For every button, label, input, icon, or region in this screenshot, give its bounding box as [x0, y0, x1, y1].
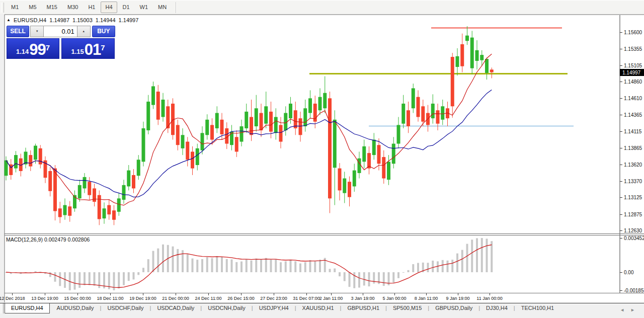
svg-text:19 Dec 19:00: 19 Dec 19:00	[129, 296, 156, 301]
chart-symbol-label: EURUSD,H4	[14, 17, 46, 23]
buy-button[interactable]: BUY	[92, 26, 115, 37]
svg-text:31 Dec 07:00: 31 Dec 07:00	[293, 296, 320, 301]
timeframe-button-W1[interactable]: W1	[135, 2, 153, 13]
svg-text:18 Dec 11:00: 18 Dec 11:00	[97, 296, 124, 301]
svg-text:8 Jan 11:00: 8 Jan 11:00	[415, 296, 438, 301]
svg-text:15 Dec 00:00: 15 Dec 00:00	[64, 296, 91, 301]
volume-input[interactable]: 0.01	[43, 26, 77, 37]
timeframe-button-MN[interactable]: MN	[153, 2, 171, 13]
timeframe-button-M1[interactable]: M1	[7, 2, 23, 13]
tab-scroll-nav: ◄►	[620, 307, 641, 312]
chart-header: ▲ EURUSD,H4 1.14987 1.15003 1.14944 1.14…	[7, 17, 138, 23]
sell-price-big: 99	[29, 43, 45, 57]
chart-tab-bar: EURUSD,H4AUDUSD,Daily|USDCHF,Daily|USDCA…	[0, 303, 644, 318]
volume-increase-icon[interactable]: ▲	[77, 26, 91, 37]
svg-text:9 Jan 19:00: 9 Jan 19:00	[446, 296, 469, 301]
buy-price-big: 01	[85, 43, 101, 57]
svg-text:1.13865: 1.13865	[624, 145, 642, 151]
volume-decrease-icon[interactable]: ▼	[30, 26, 43, 37]
svg-text:1.13125: 1.13125	[624, 195, 642, 200]
timeframe-button-M15[interactable]: M15	[42, 2, 62, 13]
bar-open-value: 1.14987	[49, 17, 69, 23]
timeframe-button-H1[interactable]: H1	[84, 2, 100, 13]
buy-price-pipette: 7	[101, 45, 105, 50]
mt4-window: M1M5M15M30H1H4D1W1MN 1.156001.153551.151…	[0, 0, 644, 318]
sell-button[interactable]: SELL	[7, 26, 29, 37]
one-click-trading-widget: SELL ▼ 0.01 ▲ BUY 1.14 99 7 1.15 01 7	[7, 26, 115, 59]
tab-scroll-right-icon[interactable]: ►	[630, 307, 641, 312]
svg-text:1.15355: 1.15355	[624, 46, 642, 52]
symbol-tab-SP500-M15[interactable]: SP500,M15	[387, 303, 428, 313]
svg-text:21 Dec 00:00: 21 Dec 00:00	[162, 296, 189, 301]
macd-indicator-label: MACD(12,26,9) 0.002479 0.002806	[6, 236, 90, 243]
sell-price-pipette: 7	[46, 45, 50, 50]
symbol-tab-USDCAD-Daily[interactable]: USDCAD,Daily	[151, 303, 200, 313]
svg-text:3 Jan 19:00: 3 Jan 19:00	[351, 296, 374, 301]
timeframe-toolbar: M1M5M15M30H1H4D1W1MN	[0, 0, 644, 14]
symbol-tab-XAUUSD-H1[interactable]: XAUUSD,H1	[296, 303, 340, 313]
svg-text:5 Jan 00:00: 5 Jan 00:00	[382, 296, 406, 301]
svg-text:1.15600: 1.15600	[624, 30, 642, 35]
svg-text:12 Dec 2018: 12 Dec 2018	[0, 296, 25, 301]
collapse-triangle-icon[interactable]: ▲	[7, 18, 11, 22]
buy-price-button[interactable]: 1.15 01 7	[61, 38, 115, 59]
tab-scroll-left-icon[interactable]: ◄	[620, 307, 630, 312]
macd-main-value: 0.002479	[44, 236, 66, 243]
svg-text:24 Dec 11:00: 24 Dec 11:00	[195, 296, 222, 301]
bar-close-value: 1.14997	[119, 17, 139, 23]
bar-low-value: 1.14944	[96, 17, 116, 23]
buy-price-prefix: 1.15	[71, 47, 84, 57]
toolbar-grip[interactable]	[1, 3, 4, 13]
symbol-tab-USDCNH-Daily[interactable]: USDCNH,Daily	[202, 303, 252, 313]
svg-text:0.00: 0.00	[624, 270, 634, 275]
svg-text:0.003452: 0.003452	[624, 235, 644, 241]
svg-text:1.15105: 1.15105	[624, 63, 642, 68]
bar-high-value: 1.15003	[72, 17, 93, 23]
svg-text:2 Jan 11:00: 2 Jan 11:00	[319, 296, 343, 301]
timeframe-button-M5[interactable]: M5	[24, 2, 41, 13]
svg-text:1.14860: 1.14860	[624, 79, 642, 85]
svg-text:1.14997: 1.14997	[622, 70, 641, 75]
sell-price-prefix: 1.14	[16, 47, 29, 57]
symbol-tab-AUDUSD-Daily[interactable]: AUDUSD,Daily	[51, 303, 100, 313]
svg-text:-0.001851: -0.001851	[624, 288, 644, 293]
svg-text:1.14365: 1.14365	[624, 112, 642, 118]
symbol-tab-DJ30-H4[interactable]: DJ30,H4	[480, 303, 514, 313]
timeframe-button-D1[interactable]: D1	[118, 2, 134, 13]
svg-text:1.14115: 1.14115	[624, 129, 642, 134]
macd-name: MACD(12,26,9)	[6, 236, 43, 243]
svg-text:1.12630: 1.12630	[624, 228, 642, 233]
symbol-tab-TECH100-H1[interactable]: TECH100,H1	[515, 303, 560, 313]
symbol-tab-EURUSD-H4[interactable]: EURUSD,H4	[5, 303, 50, 313]
timeframe-button-M30[interactable]: M30	[63, 2, 83, 13]
svg-text:11 Jan 00:00: 11 Jan 00:00	[476, 296, 502, 301]
symbol-tab-GBPUSD-H1[interactable]: GBPUSD,H1	[341, 303, 385, 313]
svg-text:1.14610: 1.14610	[624, 96, 642, 101]
sell-price-button[interactable]: 1.14 99 7	[7, 38, 59, 59]
svg-text:27 Dec 23:00: 27 Dec 23:00	[260, 296, 287, 301]
svg-text:1.13620: 1.13620	[624, 162, 642, 168]
svg-text:1.13370: 1.13370	[624, 179, 642, 184]
timeframe-button-H4[interactable]: H4	[101, 2, 117, 13]
symbol-tab-USDJPY-H4[interactable]: USDJPY,H4	[253, 303, 295, 313]
symbol-tab-GBPUSD-Daily[interactable]: GBPUSD,Daily	[429, 303, 478, 313]
svg-text:13 Dec 19:00: 13 Dec 19:00	[31, 296, 58, 301]
toolbar-separator	[176, 2, 177, 13]
tab-bar-edge	[0, 303, 4, 313]
svg-text:1.12875: 1.12875	[624, 212, 642, 217]
svg-text:26 Dec 15:00: 26 Dec 15:00	[227, 296, 255, 301]
macd-signal-value: 0.002806	[68, 236, 90, 243]
symbol-tab-USDCHF-Daily[interactable]: USDCHF,Daily	[101, 303, 149, 313]
